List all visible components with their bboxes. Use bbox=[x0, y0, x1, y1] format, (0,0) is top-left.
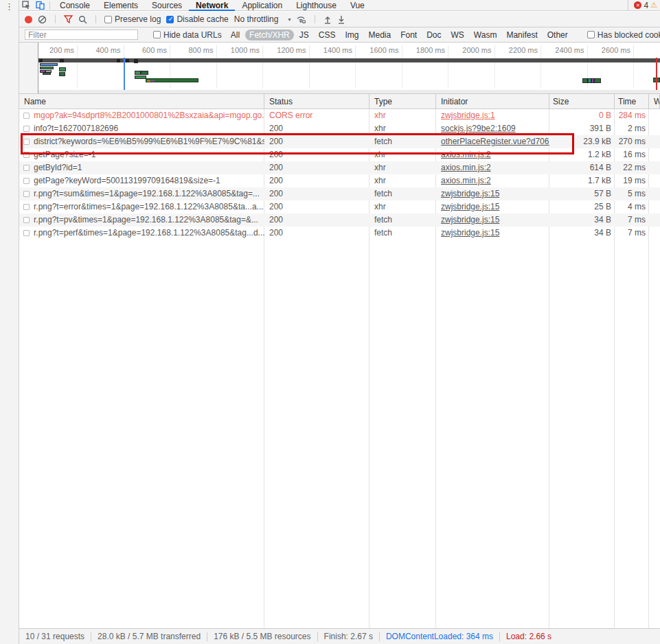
preserve-log-checkbox[interactable] bbox=[104, 16, 112, 23]
request-row[interactable]: r.png?t=pv&times=1&page=192.168.1.122%3A… bbox=[19, 214, 660, 227]
disable-cache-toggle[interactable]: Disable cache bbox=[166, 14, 228, 24]
row-checkbox[interactable] bbox=[23, 191, 30, 197]
network-conditions-icon[interactable] bbox=[296, 15, 306, 24]
record-button[interactable] bbox=[25, 16, 32, 23]
throttling-select[interactable]: No throttling ▾ bbox=[234, 14, 291, 24]
filter-font[interactable]: Font bbox=[396, 30, 421, 41]
filter-icon[interactable] bbox=[64, 15, 73, 23]
request-row[interactable]: r.png?t=sum&times=1&page=192.168.1.122%3… bbox=[19, 187, 660, 200]
has-blocked-cookies-checkbox[interactable] bbox=[587, 31, 595, 38]
preserve-log-label: Preserve log bbox=[115, 14, 161, 24]
export-har-icon[interactable] bbox=[337, 15, 345, 24]
column-header-type[interactable]: Type bbox=[369, 94, 436, 109]
initiator-link[interactable]: axios.min.js:2 bbox=[441, 163, 491, 172]
request-status: CORS error bbox=[264, 109, 369, 122]
request-initiator: axios.min.js:2 bbox=[436, 148, 549, 161]
tab-application[interactable]: Application bbox=[235, 0, 289, 11]
initiator-link[interactable]: zwjsbridge.js:1 bbox=[441, 111, 495, 120]
initiator-link[interactable]: axios.min.js:2 bbox=[441, 150, 491, 159]
network-overview[interactable] bbox=[19, 58, 660, 94]
request-initiator: axios.min.js:2 bbox=[436, 161, 549, 174]
tab-lighthouse[interactable]: Lighthouse bbox=[289, 0, 343, 11]
request-name: getById?id=1 bbox=[34, 161, 82, 174]
ruler-tick-label: 1000 ms bbox=[231, 46, 260, 54]
request-row[interactable]: getPage?size=-1200xhraxios.min.js:21.2 k… bbox=[19, 148, 660, 161]
request-status: 200 bbox=[264, 227, 369, 240]
request-row[interactable]: getPage?keyWord=500113199709164819&size=… bbox=[19, 174, 660, 187]
column-header-status[interactable]: Status bbox=[264, 94, 369, 109]
request-row[interactable]: mgop?ak=94sdprt8%2B2001000801%2Bsxzaia&a… bbox=[19, 109, 660, 122]
filter-fetch-xhr[interactable]: Fetch/XHR bbox=[245, 30, 294, 41]
initiator-link[interactable]: zwjsbridge.js:15 bbox=[441, 202, 499, 211]
row-checkbox[interactable] bbox=[23, 217, 30, 223]
request-waterfall bbox=[649, 214, 660, 227]
filter-input[interactable] bbox=[25, 30, 138, 40]
request-initiator: zwjsbridge.js:15 bbox=[436, 187, 549, 200]
tab-vue[interactable]: Vue bbox=[343, 0, 372, 11]
inspect-icon[interactable] bbox=[19, 0, 33, 10]
request-row[interactable]: r.png?t=error&times=1&page=192.168.1.122… bbox=[19, 200, 660, 214]
filter-all[interactable]: All bbox=[227, 30, 244, 41]
hide-data-urls-checkbox[interactable] bbox=[153, 31, 161, 38]
row-checkbox[interactable] bbox=[23, 178, 30, 184]
column-header-time[interactable]: Time bbox=[615, 94, 649, 109]
request-time: 7 ms bbox=[615, 227, 649, 240]
column-header-waterfall[interactable]: Waterfall bbox=[649, 94, 660, 109]
request-time: 7 ms bbox=[615, 214, 649, 227]
initiator-link[interactable]: otherPlaceRegister.vue?d706:250 bbox=[441, 137, 549, 146]
clear-icon[interactable] bbox=[38, 15, 47, 24]
filter-img[interactable]: Img bbox=[341, 30, 363, 41]
row-checkbox[interactable] bbox=[23, 126, 30, 132]
tab-elements[interactable]: Elements bbox=[97, 0, 145, 11]
filter-css[interactable]: CSS bbox=[315, 30, 340, 41]
tab-sources[interactable]: Sources bbox=[145, 0, 189, 11]
import-har-icon[interactable] bbox=[323, 15, 332, 24]
status-item: Load: 2.66 s bbox=[500, 632, 558, 641]
request-name: r.png?t=pv&times=1&page=192.168.1.122%3A… bbox=[34, 214, 258, 227]
request-row[interactable]: r.png?t=perf&times=1&page=192.168.1.122%… bbox=[19, 227, 660, 240]
initiator-link[interactable]: zwjsbridge.js:15 bbox=[441, 228, 499, 238]
request-size: 25 B bbox=[549, 200, 615, 214]
column-header-name[interactable]: Name bbox=[19, 94, 264, 109]
filter-other[interactable]: Other bbox=[543, 30, 572, 41]
filter-js[interactable]: JS bbox=[295, 30, 313, 41]
row-checkbox[interactable] bbox=[23, 113, 30, 119]
disable-cache-checkbox[interactable] bbox=[166, 16, 174, 23]
device-toolbar-icon[interactable] bbox=[33, 0, 47, 10]
initiator-link[interactable]: axios.min.js:2 bbox=[441, 176, 491, 185]
search-icon[interactable] bbox=[78, 15, 87, 24]
tab-network[interactable]: Network bbox=[189, 0, 235, 11]
row-checkbox[interactable] bbox=[23, 152, 30, 158]
request-size: 0 B bbox=[549, 109, 615, 122]
request-row[interactable]: district?keywords=%E6%B5%99%E6%B1%9F%E7%… bbox=[19, 135, 660, 148]
request-row[interactable]: getById?id=1200xhraxios.min.js:2614 B22 … bbox=[19, 161, 660, 174]
initiator-link[interactable]: sockjs.js?9be2:1609 bbox=[441, 124, 516, 133]
initiator-link[interactable]: zwjsbridge.js:15 bbox=[441, 215, 499, 225]
tab-console[interactable]: Console bbox=[53, 0, 97, 11]
row-checkbox[interactable] bbox=[23, 139, 30, 145]
column-header-initiator[interactable]: Initiator bbox=[436, 94, 549, 109]
network-filterbar: Hide data URLs AllFetch/XHRJSCSSImgMedia… bbox=[19, 27, 660, 43]
request-time: 2 ms bbox=[615, 122, 649, 135]
row-checkbox[interactable] bbox=[23, 165, 30, 171]
error-warning-badge[interactable]: ✕ 4 ⚠ bbox=[628, 0, 660, 10]
menu-dots-icon[interactable]: ⋮ bbox=[0, 0, 19, 12]
column-header-size[interactable]: Size bbox=[549, 94, 615, 109]
row-checkbox[interactable] bbox=[23, 230, 30, 236]
preserve-log-toggle[interactable]: Preserve log bbox=[104, 14, 161, 24]
request-size: 391 B bbox=[549, 122, 615, 135]
request-initiator: axios.min.js:2 bbox=[436, 174, 549, 187]
filter-wasm[interactable]: Wasm bbox=[470, 30, 501, 41]
hide-data-urls-toggle[interactable]: Hide data URLs bbox=[153, 30, 222, 40]
filter-media[interactable]: Media bbox=[364, 30, 395, 41]
has-blocked-cookies-toggle[interactable]: Has blocked cookies bbox=[587, 30, 660, 40]
request-name: mgop?ak=94sdprt8%2B2001000801%2Bsxzaia&a… bbox=[34, 109, 264, 122]
timeline-ruler[interactable]: 200 ms400 ms600 ms800 ms1000 ms1200 ms14… bbox=[19, 43, 660, 58]
ruler-tick-label: 1600 ms bbox=[369, 46, 398, 54]
initiator-link[interactable]: zwjsbridge.js:15 bbox=[441, 189, 499, 198]
row-checkbox[interactable] bbox=[23, 204, 30, 210]
filter-doc[interactable]: Doc bbox=[422, 30, 445, 41]
request-row[interactable]: info?t=1627007182696200xhrsockjs.js?9be2… bbox=[19, 122, 660, 135]
filter-ws[interactable]: WS bbox=[447, 30, 468, 41]
filter-manifest[interactable]: Manifest bbox=[502, 30, 541, 41]
